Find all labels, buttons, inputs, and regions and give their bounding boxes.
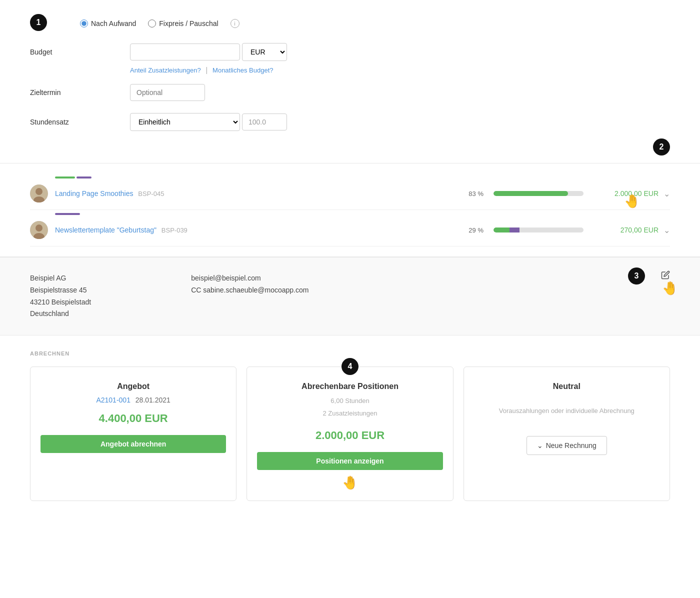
color-bar-purple [76,176,92,178]
monatlich-link[interactable]: Monatliches Budget? [212,66,273,74]
billing-header: ABRECHNEN [30,350,670,356]
anteil-link[interactable]: Anteil Zusatzleistungen? [130,66,201,74]
budget-label: Budget [30,48,130,56]
link-separator: | [206,66,208,74]
color-bar-purple2 [55,213,80,215]
project2-progress-bar [494,228,584,232]
section-form: 1 Nach Aufwand Fixpreis / Pauschal i Bud… [0,0,700,163]
project2-amount: 270,00 EUR [594,226,658,234]
project1-info: Landing Page Smoothies BSP-045 [55,190,164,198]
address-line2: Beispielstrasse 45 [30,284,91,296]
project2-chevron-icon[interactable]: ⌄ [664,226,670,235]
address-line1: Beispiel AG [30,272,91,284]
project-row-2: Newslettertemplate "Geburtstag" BSP-039 … [30,210,670,246]
avatar-1 [30,184,48,202]
project1-title[interactable]: Landing Page Smoothies [55,190,133,198]
neue-rechnung-button[interactable]: ⌄ Neue Rechnung [526,436,607,455]
angebot-date: 28.01.2021 [136,396,170,404]
angebot-amount: 4.400,00 EUR [99,412,168,425]
stundensatz-value-input[interactable] [242,114,287,130]
positionen-meta-2: 2 Zusatzleistungen [322,408,377,419]
project2-color-bars [55,213,80,215]
currency-select[interactable]: EUR USD GBP CHF [242,43,287,61]
stundensatz-row: Stundensatz Einheitlich Individuell [30,113,670,131]
billing-type-info-icon[interactable]: i [230,19,240,28]
step1-badge: 1 [30,14,47,31]
cursor-hand-4: 🤚 [342,475,358,490]
avatar-2 [30,221,48,239]
stundensatz-select[interactable]: Einheitlich Individuell [130,113,240,131]
project1-amount: 2.000,00 EUR [594,190,658,198]
angebot-link-date-row: A2101-001 28.01.2021 [96,396,170,404]
neutral-meta: Vorauszahlungen oder individuelle Abrech… [499,406,634,416]
svg-point-4 [36,224,42,232]
project2-progress-multi [494,228,584,232]
edit-icon[interactable] [661,270,670,281]
project2-code: BSP-039 [162,226,188,234]
billing-cards-container: Angebot A2101-001 28.01.2021 4.400,00 EU… [30,366,670,501]
project1-code: BSP-045 [138,190,164,198]
stundensatz-label: Stundensatz [30,118,130,126]
step3-badge: 3 [628,268,645,284]
radio-nach-aufwand[interactable]: Nach Aufwand [80,20,136,28]
section-billing: ABRECHNEN Angebot A2101-001 28.01.2021 4… [0,336,700,521]
cursor-hand-3: 🤚 [662,280,678,296]
billing-type-radio-group: Nach Aufwand Fixpreis / Pauschal i [80,15,670,28]
zieltermin-input[interactable] [130,84,205,101]
svg-point-1 [36,188,42,195]
angebot-link[interactable]: A2101-001 [96,396,130,404]
angebot-card: Angebot A2101-001 28.01.2021 4.400,00 EU… [30,366,236,501]
project1-progress-bar [494,191,584,196]
zieltermin-row: Zieltermin [30,84,670,101]
radio-fixpreis[interactable]: Fixpreis / Pauschal [148,20,218,28]
color-bar-green [55,176,75,178]
contact-email-block: beispiel@beispiel.com CC sabine.schaeubl… [191,272,308,296]
project-row-1: Landing Page Smoothies BSP-045 83 % 2.00… [30,174,670,210]
zieltermin-label: Zieltermin [30,88,130,96]
chevron-down-icon: ⌄ [537,442,543,450]
positionen-card-title: Abrechenbare Positionen [302,382,398,391]
email-address: beispiel@beispiel.com [191,272,308,284]
positionen-anzeigen-button[interactable]: Positionen anzeigen [257,452,442,470]
budget-links-row: Anteil Zusatzleistungen? | Monatliches B… [130,66,670,74]
address-line4: Deutschland [30,308,91,320]
project1-color-bars [55,176,92,178]
project2-fill-green [494,228,510,232]
positionen-meta-1: 6,00 Stunden [330,396,369,406]
step2-badge: 2 [653,138,670,156]
neutral-card: Neutral Vorauszahlungen oder individuell… [464,366,670,501]
project2-fill-purple [510,228,520,232]
project2-percent: 29 % [454,226,484,234]
address-line3: 43210 Beispielstadt [30,296,91,308]
angebot-card-title: Angebot [117,382,150,391]
section-projects: 2 Landing Page Smoothies BSP-045 83 % [0,164,700,256]
project2-title[interactable]: Newslettertemplate "Geburtstag" [55,226,156,234]
contact-address: Beispiel AG Beispielstrasse 45 43210 Bei… [30,272,91,320]
step4-badge: 4 [342,358,358,375]
budget-row: Budget EUR USD GBP CHF [30,43,670,61]
project1-percent: 83 % [454,190,484,198]
project1-progress-fill [494,191,568,196]
project1-chevron-icon[interactable]: ⌄ [664,189,670,198]
angebot-abrechnen-button[interactable]: Angebot abrechnen [40,435,226,453]
page-wrapper: 1 Nach Aufwand Fixpreis / Pauschal i Bud… [0,0,700,598]
section-contact: 3 Beispiel AG Beispielstrasse 45 43210 B… [0,257,700,335]
cc-address: CC sabine.schaeuble@mocoapp.com [191,284,308,296]
neutral-card-title: Neutral [553,382,580,391]
project2-info: Newslettertemplate "Geburtstag" BSP-039 [55,226,188,234]
positionen-amount: 2.000,00 EUR [316,429,384,442]
budget-input[interactable] [130,44,240,60]
positionen-card: 4 Abrechenbare Positionen 6,00 Stunden 2… [246,366,453,501]
